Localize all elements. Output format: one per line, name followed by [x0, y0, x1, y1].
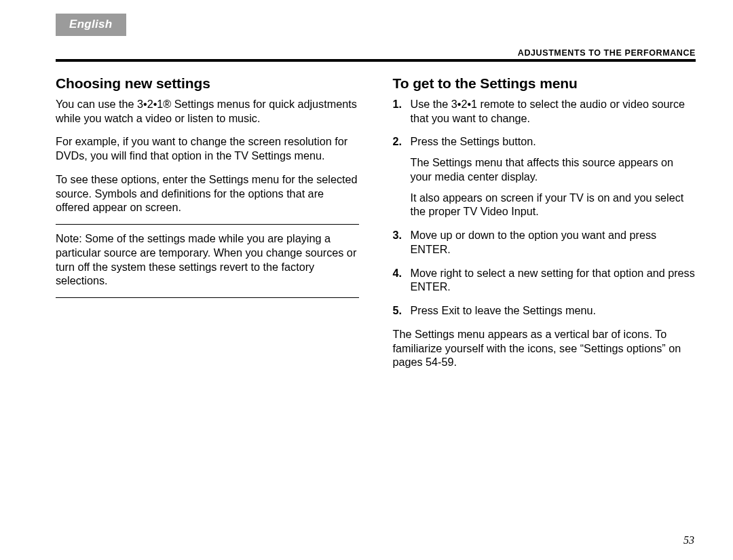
step-3: 3. Move up or down to the option you wan… [393, 228, 696, 256]
manual-page: English Adjustments to the performance C… [0, 0, 733, 560]
step-subtext-2: It also appears on screen if your TV is … [411, 191, 696, 219]
step-4: 4. Move right to select a new setting fo… [393, 266, 696, 294]
step-text: Use the 3•2•1 remote to select the audio… [411, 98, 685, 124]
step-5: 5. Press Exit to leave the Settings menu… [393, 303, 696, 318]
left-note: Note: Some of the settings made while yo… [56, 231, 359, 288]
page-number: 53 [683, 534, 694, 546]
section-header: Adjustments to the performance [56, 48, 696, 58]
step-number: 5. [393, 303, 402, 318]
right-heading: To get to the Settings menu [393, 75, 696, 92]
step-text: Move up or down to the option you want a… [411, 229, 657, 255]
content-columns: Choosing new settings You can use the 3•… [56, 71, 696, 379]
step-number: 4. [393, 266, 402, 280]
header-rule [56, 59, 696, 62]
step-number: 3. [393, 228, 402, 242]
left-paragraph-2: For example, if you want to change the s… [56, 134, 359, 162]
step-number: 2. [393, 134, 402, 149]
step-text: Press Exit to leave the Settings menu. [411, 304, 597, 316]
step-number: 1. [393, 97, 402, 111]
step-text: Move right to select a new setting for t… [411, 267, 695, 293]
step-2: 2. Press the Settings button. The Settin… [393, 134, 696, 219]
steps-list: 1. Use the 3•2•1 remote to select the au… [393, 97, 696, 318]
note-top-rule [56, 224, 359, 225]
note-bottom-rule [56, 297, 359, 298]
step-1: 1. Use the 3•2•1 remote to select the au… [393, 97, 696, 125]
left-paragraph-3: To see these options, enter the Settings… [56, 172, 359, 214]
left-column: Choosing new settings You can use the 3•… [56, 71, 359, 379]
language-tab: English [56, 14, 126, 36]
left-paragraph-1: You can use the 3•2•1® Settings menus fo… [56, 97, 359, 125]
step-text: Press the Settings button. [411, 135, 536, 147]
right-after-paragraph: The Settings menu appears as a vertical … [393, 327, 696, 369]
step-subtext-1: The Settings menu that affects this sour… [411, 155, 696, 183]
left-heading: Choosing new settings [56, 75, 359, 92]
right-column: To get to the Settings menu 1. Use the 3… [393, 71, 696, 379]
